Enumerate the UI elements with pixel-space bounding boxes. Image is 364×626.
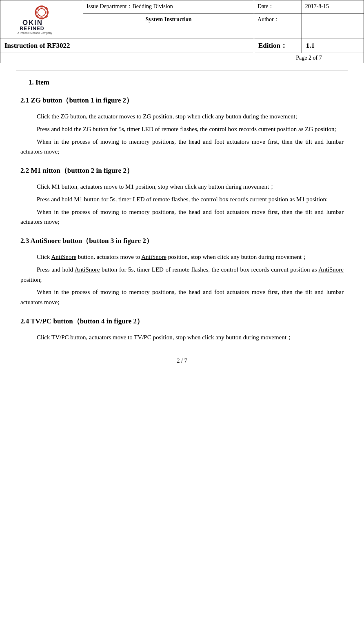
- svg-point-1: [38, 9, 46, 16]
- company-logo: OKIN REFINED A Phoenix Mecano Company: [15, 2, 68, 35]
- header-blank-cell3: [302, 26, 364, 38]
- system-instruction-cell: System Instruction: [83, 13, 254, 26]
- date-value-cell: 2017-8-15: [302, 0, 364, 13]
- section-2-1-content: Click the ZG button, the actuator moves …: [20, 111, 344, 157]
- content-area: 1. Item 2.1 ZG button（button 1 in figure…: [0, 78, 364, 343]
- s2-3-p1-prefix: Click: [37, 254, 51, 260]
- divider: [16, 71, 348, 71]
- s2-1-para1: Click the ZG button, the actuator moves …: [20, 111, 344, 122]
- s2-2-para1: Click M1 button, actuators move to M1 po…: [20, 182, 344, 192]
- issue-dept-cell: Issue Department：Bedding Division: [83, 0, 254, 13]
- issue-dept-value: Bedding Division: [132, 3, 173, 9]
- header-blank-cell: [83, 26, 254, 38]
- svg-text:A Phoenix Mecano Company: A Phoenix Mecano Company: [18, 31, 53, 35]
- s2-3-p2-prefix: Press and hold: [37, 266, 75, 273]
- s2-3-p1-suffix: position, stop when click any button dur…: [166, 254, 308, 260]
- date-label-cell: Date：: [254, 0, 302, 13]
- section-2-4-content: Click TV/PC button, actuators move to TV…: [20, 332, 344, 343]
- s2-3-para3: When in the process of moving to memory …: [20, 287, 344, 307]
- s2-1-para2: Press and hold the ZG button for 5s, tim…: [20, 124, 344, 134]
- svg-rect-2: [40, 5, 43, 7]
- section-2-1-heading: 2.1 ZG button（button 1 in figure 2）: [20, 96, 344, 105]
- s2-4-p1-suffix: position, stop when click any button dur…: [151, 334, 293, 341]
- section-2-3-heading: 2.3 AntiSnore button（button 3 in figure …: [20, 236, 344, 245]
- s2-4-p1-mid: button, actuators move to: [69, 334, 134, 341]
- svg-rect-4: [35, 11, 37, 14]
- page: OKIN REFINED A Phoenix Mecano Company Is…: [0, 0, 364, 626]
- s2-3-p2-antisnore: AntiSnore: [75, 266, 100, 273]
- s2-3-p2-antisnore2: AntiSnore: [318, 266, 344, 273]
- section-2-3-content: Click AntiSnore button, actuators move t…: [20, 252, 344, 307]
- s2-4-p1-tvpc1: TV/PC: [51, 334, 69, 341]
- s2-4-p1-tvpc2: TV/PC: [134, 334, 151, 341]
- s2-2-para3: When in the process of moving to memory …: [20, 207, 344, 227]
- doc-title-cell: Instruction of RF3022: [0, 38, 254, 53]
- logo-cell: OKIN REFINED A Phoenix Mecano Company: [0, 0, 83, 38]
- edition-label-cell: Edition：: [254, 38, 302, 53]
- svg-rect-5: [47, 11, 49, 14]
- s2-4-p1-prefix: Click: [37, 334, 51, 341]
- s2-3-para1: Click AntiSnore button, actuators move t…: [20, 252, 344, 262]
- s2-2-para2: Press and hold M1 button for 5s, timer L…: [20, 194, 344, 205]
- doc-title-blank: [0, 53, 254, 63]
- s2-3-p2-mid: button for 5s, timer LED of remote flash…: [100, 266, 318, 273]
- edition-value-cell: 1.1: [302, 38, 364, 53]
- s2-3-p1-antisnore1: AntiSnore: [51, 254, 76, 260]
- s2-3-p1-antisnore2: AntiSnore: [141, 254, 166, 260]
- section-2-4-heading: 2.4 TV/PC button（button 4 in figure 2）: [20, 316, 344, 326]
- section-1-heading: 1. Item: [29, 78, 344, 87]
- author-value-cell: [302, 13, 364, 26]
- header-table: OKIN REFINED A Phoenix Mecano Company Is…: [0, 0, 364, 63]
- s2-3-p1-mid: button, actuators move to: [76, 254, 141, 260]
- s2-3-para2: Press and hold AntiSnore button for 5s, …: [20, 265, 344, 285]
- section-2-2-heading: 2.2 M1 nitton（buttton 2 in figure 2）: [20, 166, 344, 175]
- svg-text:REFINED: REFINED: [20, 26, 44, 31]
- s2-1-para3: When in the process of moving to memory …: [20, 137, 344, 157]
- header-blank-cell2: [254, 26, 302, 38]
- footer-page-num: 2 / 7: [177, 358, 187, 364]
- page-footer: 2 / 7: [16, 355, 348, 364]
- s2-4-para1: Click TV/PC button, actuators move to TV…: [20, 332, 344, 343]
- issue-dept-label: Issue Department：: [87, 3, 132, 9]
- section-2-2-content: Click M1 button, actuators move to M1 po…: [20, 182, 344, 227]
- author-label-cell: Author：: [254, 13, 302, 26]
- page-info-cell: Page 2 of 7: [254, 53, 364, 63]
- s2-3-p2-suffix: position;: [20, 276, 42, 283]
